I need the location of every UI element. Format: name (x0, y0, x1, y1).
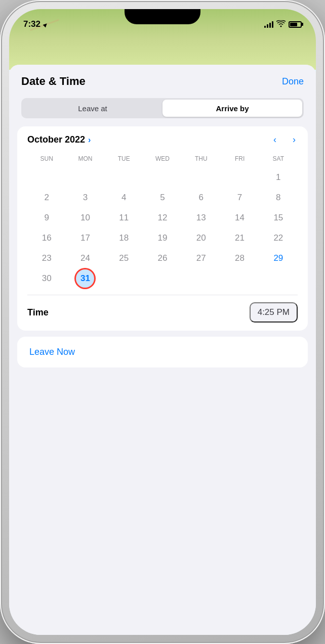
cal-day-21[interactable]: 21 (231, 229, 249, 247)
cal-day-17[interactable]: 17 (76, 229, 94, 247)
cal-day-empty (231, 168, 249, 187)
cal-day-empty (76, 168, 94, 187)
location-arrow-icon: ▲ (41, 19, 51, 29)
cal-day-4[interactable]: 4 (115, 189, 133, 207)
day-thu: THU (182, 153, 220, 164)
cal-day-29[interactable]: 29 (269, 249, 288, 267)
month-chevron-icon: › (88, 135, 91, 145)
prev-month-button[interactable]: ‹ (271, 134, 278, 145)
arrive-by-tab[interactable]: Arrive by (162, 100, 302, 117)
cal-day-empty (269, 269, 288, 288)
cal-day-28[interactable]: 28 (231, 249, 249, 267)
month-label: October 2022 (27, 134, 85, 145)
cal-day-12[interactable]: 12 (153, 209, 172, 227)
day-names-row: SUN MON TUE WED THU FRI SAT (27, 153, 298, 164)
modal-sheet: Date & Time Done Leave at Arrive by Octo… (9, 65, 316, 635)
leave-at-tab[interactable]: Leave at (23, 100, 162, 117)
leave-now-label: Leave Now (29, 347, 75, 357)
time-display: 7:32 (23, 19, 40, 29)
screen: 7:32 ▲ (9, 9, 316, 635)
calendar-grid: 1 2 3 4 5 6 7 8 9 10 11 12 13 14 15 (27, 168, 298, 288)
phone-frame: 7:32 ▲ (0, 0, 325, 644)
wifi-icon (276, 20, 286, 29)
cal-day-30[interactable]: 30 (37, 269, 56, 288)
notch (125, 9, 200, 24)
status-time: 7:32 ▲ (23, 19, 49, 29)
cal-day-13[interactable]: 13 (192, 209, 210, 227)
next-month-button[interactable]: › (291, 134, 298, 145)
calendar-card: October 2022 › ‹ › SUN MON (17, 126, 308, 331)
day-mon: MON (66, 153, 104, 164)
cal-day-25[interactable]: 25 (115, 249, 133, 267)
arrive-by-label: Arrive by (216, 104, 249, 113)
cal-day-31[interactable]: 31 (76, 269, 94, 288)
calendar-header: October 2022 › ‹ › (27, 134, 298, 145)
cal-day-11[interactable]: 11 (115, 209, 133, 227)
cal-day-empty (115, 168, 133, 187)
cal-day-24[interactable]: 24 (76, 249, 94, 267)
time-picker-button[interactable]: 4:25 PM (250, 302, 298, 323)
cal-day-empty (153, 168, 172, 187)
modal-header: Date & Time Done (9, 65, 316, 96)
day-fri: FRI (220, 153, 259, 164)
cal-day-18[interactable]: 18 (115, 229, 133, 247)
status-icons (264, 20, 302, 29)
calendar-month[interactable]: October 2022 › (27, 134, 91, 145)
signal-icon (264, 21, 273, 28)
chevron-left-icon: ‹ (273, 134, 276, 145)
cal-day-9[interactable]: 9 (37, 209, 56, 227)
cal-day-empty (37, 168, 56, 187)
cal-day-3[interactable]: 3 (76, 189, 94, 207)
segment-control: Leave at Arrive by (21, 98, 304, 118)
calendar-nav: ‹ › (271, 134, 298, 145)
time-row: Time 4:25 PM (27, 295, 298, 323)
cal-day-10[interactable]: 10 (76, 209, 94, 227)
time-label: Time (27, 307, 49, 318)
day-sun: SUN (27, 153, 66, 164)
cal-day-22[interactable]: 22 (269, 229, 288, 247)
cal-day-26[interactable]: 26 (153, 249, 172, 267)
cal-day-empty (192, 269, 210, 288)
cal-day-1[interactable]: 1 (269, 168, 288, 187)
cal-day-8[interactable]: 8 (269, 189, 288, 207)
cal-day-empty (153, 269, 172, 288)
cal-day-empty (231, 269, 249, 288)
cal-day-15[interactable]: 15 (269, 209, 288, 227)
cal-day-19[interactable]: 19 (153, 229, 172, 247)
cal-day-27[interactable]: 27 (192, 249, 210, 267)
cal-day-5[interactable]: 5 (153, 189, 172, 207)
modal-title: Date & Time (21, 75, 86, 88)
cal-day-2[interactable]: 2 (37, 189, 56, 207)
done-button[interactable]: Done (282, 76, 304, 87)
day-tue: TUE (105, 153, 143, 164)
leave-now-card[interactable]: Leave Now (17, 337, 308, 367)
cal-day-6[interactable]: 6 (192, 189, 210, 207)
leave-at-label: Leave at (78, 104, 107, 113)
cal-day-empty (115, 269, 133, 288)
cal-day-14[interactable]: 14 (231, 209, 249, 227)
cal-day-7[interactable]: 7 (231, 189, 249, 207)
battery-icon (289, 21, 302, 28)
cal-day-20[interactable]: 20 (192, 229, 210, 247)
cal-day-16[interactable]: 16 (37, 229, 56, 247)
day-sat: SAT (259, 153, 298, 164)
cal-day-empty (192, 168, 210, 187)
cal-day-23[interactable]: 23 (37, 249, 56, 267)
chevron-right-icon: › (293, 134, 296, 145)
day-wed: WED (143, 153, 182, 164)
